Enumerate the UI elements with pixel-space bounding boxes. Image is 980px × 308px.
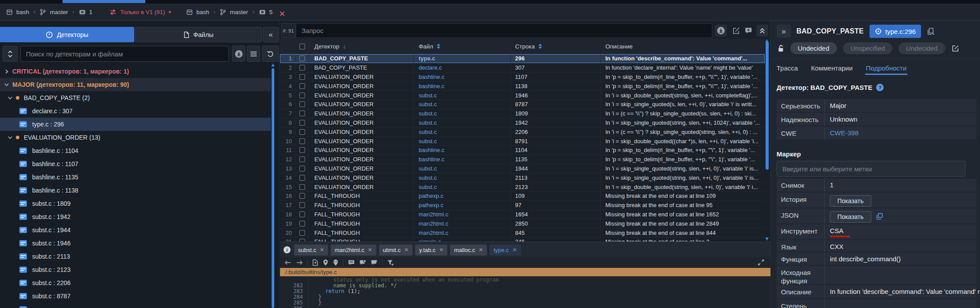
location-badge[interactable]: type.c:296 — [869, 25, 921, 38]
marker-pin-icon[interactable] — [323, 259, 328, 266]
row-checkbox[interactable] — [296, 91, 309, 100]
close-tab-icon[interactable]: ✕ — [368, 247, 372, 253]
tree-group-major[interactable]: MAJOR (детекторов: 11, маркеров: 90) — [0, 78, 271, 91]
menu-button[interactable] — [247, 46, 260, 62]
code-tab[interactable]: subst.c✕ — [294, 245, 328, 256]
table-scroll-down-icon[interactable] — [765, 237, 769, 241]
close-tab-icon[interactable]: ✕ — [320, 247, 324, 253]
help-icon[interactable]: ? — [876, 84, 884, 91]
tree-marker-item[interactable]: subst.c : 1942 — [0, 210, 271, 223]
row-checkbox[interactable] — [296, 73, 309, 82]
code-tab[interactable]: malloc.c✕ — [450, 245, 487, 256]
code-tab[interactable]: y.tab.c✕ — [415, 245, 447, 256]
sort-both-icon[interactable] — [437, 44, 440, 49]
tab-comments[interactable]: Комментарии — [811, 61, 852, 75]
tree-marker-item[interactable]: bashline.c : 1135 — [0, 171, 271, 184]
cell-file[interactable]: subst.c — [414, 127, 511, 136]
code-tab[interactable]: ulimit.c✕ — [379, 245, 413, 256]
tree-group-critical[interactable]: CRITICAL (детекторов: 1, маркеров: 1) — [0, 65, 271, 78]
show-history-button[interactable]: Показать — [830, 195, 871, 207]
cell-file[interactable]: subst.c — [414, 137, 511, 145]
tree-detector-evaluation-order[interactable]: EVALUATION_ORDER (13) — [0, 131, 271, 144]
collapse-sidebar-button[interactable]: « — [263, 27, 279, 42]
search-input[interactable] — [20, 46, 229, 62]
scroll-up-icon[interactable] — [271, 63, 275, 67]
sort-both-icon[interactable] — [538, 44, 542, 49]
reset-button[interactable] — [262, 46, 279, 62]
expand-panel-button[interactable]: » — [777, 25, 791, 38]
table-row[interactable]: 12EVALUATION_ORDERbashline.c1135In 'p = … — [280, 155, 765, 164]
cell-file[interactable]: man2html.c — [414, 219, 511, 228]
table-row[interactable]: 1BAD_COPY_PASTEtype.c296In function 'des… — [280, 54, 765, 63]
tab-files[interactable]: Файлы — [135, 27, 262, 42]
table-row[interactable]: 20FALL_THROUGHman2html.c845Missing break… — [280, 228, 765, 237]
table-row[interactable]: 6EVALUATION_ORDERsubst.c8787In 'i = skip… — [280, 100, 765, 109]
tree-marker-item[interactable]: subst.c : 2113 — [0, 250, 271, 263]
download-results-button[interactable] — [715, 25, 727, 37]
collapse-panel-icon[interactable] — [756, 25, 768, 37]
sort-tree-button[interactable] — [3, 46, 18, 62]
download-tree-button[interactable] — [232, 46, 245, 62]
status-pill-1[interactable]: Undecided — [790, 42, 837, 54]
cell-file[interactable]: declare.c — [414, 63, 511, 72]
cell-file[interactable]: pathexp.c — [414, 201, 511, 210]
cell-file[interactable]: pathexp.c — [414, 192, 511, 200]
tab-details[interactable]: Подробности — [866, 61, 906, 75]
cell-file[interactable]: man2html.c — [414, 210, 511, 219]
table-row[interactable]: 7EVALUATION_ORDERsubst.c1809In 'i = (c =… — [280, 109, 765, 119]
row-checkbox[interactable] — [296, 164, 309, 173]
tree-marker-item[interactable]: subst.c : 2206 — [0, 276, 271, 289]
row-checkbox[interactable] — [296, 137, 309, 145]
cell-file[interactable]: subst.c — [414, 119, 511, 127]
close-tab-icon[interactable]: ✕ — [479, 247, 483, 253]
tree-marker-item[interactable]: bashline.c : 1107 — [0, 157, 271, 171]
comment-circle-icon[interactable] — [359, 260, 366, 266]
row-checkbox[interactable] — [296, 127, 309, 136]
view-tab-snapshot-5[interactable]: bash › master › 5 — [183, 4, 276, 20]
tree-marker-item[interactable]: subst.c : 1809 — [0, 197, 271, 210]
table-row[interactable]: 11EVALUATION_ORDERbashline.c1104In 'p = … — [280, 146, 765, 155]
file-export-icon[interactable] — [312, 259, 318, 266]
table-row[interactable]: 17FALL_THROUGHpathexp.c97Missing break a… — [280, 201, 765, 210]
status-pill-2[interactable]: Unspecified — [843, 42, 892, 54]
cell-file[interactable]: bashline.c — [414, 146, 511, 155]
cell-file[interactable]: subst.c — [414, 173, 511, 182]
tree-marker-item-selected[interactable]: type.c : 296 — [0, 118, 271, 131]
copy-link-icon[interactable] — [927, 27, 935, 35]
header-detector[interactable]: Детектор↓ — [309, 39, 414, 54]
close-tab-icon[interactable] — [277, 9, 287, 19]
cell-file[interactable]: subst.c — [414, 182, 511, 191]
show-json-button[interactable]: Показать — [830, 211, 871, 223]
table-row[interactable]: 16FALL_THROUGHpathexp.c109Missing break … — [280, 192, 765, 201]
table-row[interactable]: 14EVALUATION_ORDERsubst.c2113In 'i = ski… — [280, 173, 765, 182]
tree-marker-item[interactable]: bashline.c : 1104 — [0, 144, 271, 157]
code-tab-active[interactable]: type.c✕ — [490, 245, 521, 256]
expand-code-icon[interactable] — [758, 259, 764, 266]
row-checkbox[interactable] — [296, 182, 309, 191]
cell-file[interactable]: type.c — [414, 54, 511, 63]
tree-marker-item[interactable]: subst.c : 8787 — [0, 289, 271, 303]
table-row[interactable]: 4EVALUATION_ORDERbashline.c1138In 'p = s… — [280, 82, 765, 91]
status-pill-3[interactable]: Undecided — [899, 42, 945, 54]
unlock-icon[interactable] — [777, 45, 784, 52]
tree-marker-item[interactable]: subst.c : 2123 — [0, 263, 271, 276]
cell-file[interactable]: subst.c — [414, 164, 511, 173]
edit-status-icon[interactable] — [951, 45, 959, 52]
row-checkbox[interactable] — [296, 219, 309, 228]
cwe-link[interactable]: CWE-398 — [824, 126, 976, 139]
tree-marker-item[interactable]: declare.c : 307 — [0, 104, 271, 118]
row-checkbox[interactable] — [296, 237, 309, 241]
cell-file[interactable]: signals.c — [414, 237, 511, 241]
cell-file[interactable]: bashline.c — [414, 82, 511, 90]
code-tab[interactable]: man2html.c✕ — [331, 245, 376, 256]
view-tab-snapshot-1[interactable]: bash › master › 1 — [3, 4, 96, 20]
row-checkbox[interactable] — [296, 100, 309, 109]
cell-file[interactable]: subst.c — [414, 109, 511, 118]
table-row[interactable]: 21FALL_THROUGHsignals.c246Missing break … — [280, 237, 765, 241]
row-checkbox[interactable] — [296, 155, 309, 164]
cell-file[interactable]: bashline.c — [414, 73, 511, 82]
row-checkbox[interactable] — [296, 173, 309, 182]
cell-file[interactable]: bashline.c — [414, 155, 511, 164]
sidebar-scrollbar[interactable] — [272, 68, 274, 308]
tree-detector-bad-copy-paste[interactable]: BAD_COPY_PASTE (2) — [0, 91, 271, 104]
